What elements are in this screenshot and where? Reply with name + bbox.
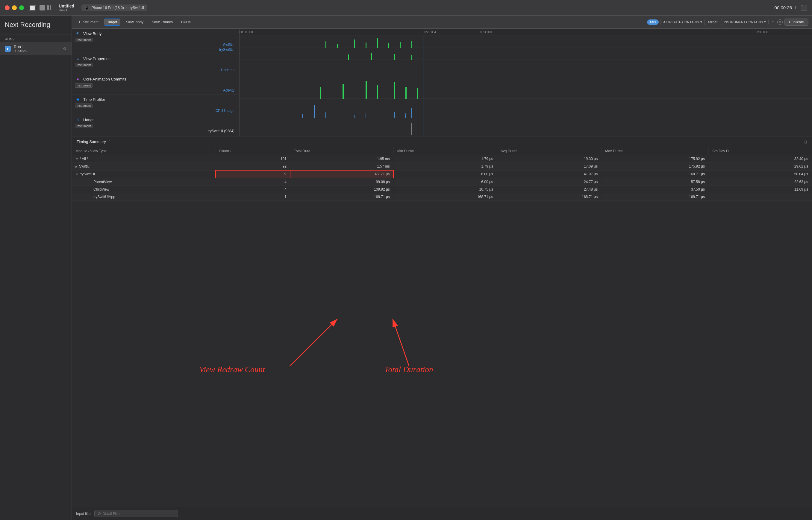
run-info: Run 1 00:00:26 (14, 45, 60, 53)
fullscreen-icon[interactable]: ⬛ (801, 4, 807, 11)
device-icon: 📱 (84, 6, 89, 10)
info-icon[interactable]: ℹ (795, 5, 796, 10)
runs-label: Runs (0, 34, 72, 42)
slow-frames-button[interactable]: Slow Frames (149, 19, 176, 25)
count-cell: 101 (216, 155, 290, 163)
timeline-area: 👁 View Body Instrument SwiftUI trySwiftU… (72, 29, 812, 136)
count-cell: 4 (216, 186, 290, 193)
instruments-list: 👁 View Body Instrument SwiftUI trySwiftU… (72, 29, 240, 136)
svg-line-2 (290, 319, 338, 366)
col-stddev[interactable]: Std Dev D... (708, 147, 812, 155)
run-settings-icon[interactable]: ⚙ (63, 46, 67, 51)
std-cell: 29.62 μs (708, 163, 812, 171)
timing-summary-chevron[interactable]: ⌃ (108, 140, 110, 144)
track-hangs (240, 118, 812, 136)
avg-cell: 19.30 μs (497, 155, 601, 163)
time-profiler-name: Time Profiler (83, 97, 105, 102)
filter-any-badge[interactable]: ANY (647, 20, 659, 25)
min-cell: 6.00 μs (393, 170, 497, 178)
hangs-value: trySwiftUI (9284) (208, 129, 236, 133)
expand-arrow-icon[interactable]: ▼ (75, 173, 78, 176)
core-anim-badge: Instrument (75, 83, 93, 88)
device-selector[interactable]: 📱 iPhone 16 Pro (18.0) › trySwiftUI (81, 4, 147, 11)
expand-icon[interactable]: ⊟ (804, 139, 807, 144)
filter-attr-label: ATTRIBUTE CONTAINS (663, 20, 699, 24)
max-cell: 175.92 μs (601, 155, 709, 163)
device-label: iPhone 16 Pro (18.0) (91, 6, 124, 10)
min-cell: 6.00 μs (393, 178, 497, 186)
total-cell-highlighted: 377.71 μs (290, 170, 393, 178)
app-title: Untitled Run 1 (59, 4, 74, 12)
hangs-badge: Instrument (75, 124, 93, 128)
duplicate-button[interactable]: Duplicate (784, 19, 808, 26)
expand-arrow-icon[interactable]: ▶ (75, 165, 78, 168)
table-row[interactable]: ▶SwiftUI 92 1.57 ms 1.79 μs 17.09 μs 175… (72, 163, 812, 171)
timing-summary-header: Timing Summary ⌃ ⊟ (72, 136, 812, 147)
table-row[interactable]: ParentView 4 99.08 μs 6.00 μs 24.77 μs 5… (72, 178, 812, 186)
timing-summary-title: Timing Summary (77, 139, 106, 144)
sidebar: Next Recording Runs ▶ Run 1 00:00:26 ⚙ (0, 16, 72, 520)
col-module[interactable]: Module / View Type (72, 147, 216, 155)
total-cell: 1.57 ms (290, 163, 393, 171)
instrument-row-tryswiftui: ▶ ⊞ trySwiftUI Process 9284 Hangs CPU Us… (72, 135, 239, 136)
slow-body-button[interactable]: Slow .body (123, 19, 146, 25)
view-props-badge: Instrument (75, 63, 93, 67)
col-count[interactable]: Count (216, 147, 290, 155)
expand-arrow-icon[interactable]: ▼ (75, 157, 78, 161)
min-cell: 1.79 μs (393, 155, 497, 163)
filter-instrument-label: INSTRUMENT CONTAINS (724, 20, 763, 24)
run-time: 00:00:26 (14, 49, 60, 53)
run-icon: ▶ (5, 46, 11, 52)
data-table-container: Module / View Type Count Total Dura... M… (72, 147, 812, 507)
min-cell: 10.75 μs (393, 186, 497, 193)
bottom-filter-bar: Input filter ⊙ (72, 507, 812, 520)
instrument-row-view-body: 👁 View Body Instrument SwiftUI trySwiftU… (72, 29, 239, 54)
max-cell: 168.71 μs (601, 193, 709, 201)
tick-3: 01:00.000 (755, 30, 768, 34)
instrument-filter-select[interactable]: INSTRUMENT CONTAINS ▾ (721, 19, 769, 25)
count-cell: 1 (216, 193, 290, 201)
tick-2: 00:30.000 (480, 30, 493, 34)
close-button[interactable] (5, 5, 9, 10)
table-row-tryswiftui[interactable]: ▼trySwiftUI 9 377.71 μs 6.00 μs 41.97 μs… (72, 170, 812, 178)
playhead (423, 36, 423, 136)
hangs-name: Hangs (83, 118, 95, 122)
sidebar-toggle-button[interactable]: ⬜ (29, 5, 36, 10)
instrument-row-view-props: ≡ View Properties Instrument Updates (72, 54, 239, 74)
chevron-down-icon: ▾ (700, 20, 702, 24)
table-row[interactable]: trySwiftUIApp 1 168.71 μs 168.71 μs 168.… (72, 193, 812, 201)
col-max[interactable]: Max Durati... (601, 147, 709, 155)
stop-button[interactable] (40, 5, 45, 10)
avg-cell: 41.97 μs (497, 170, 601, 178)
table-row[interactable]: ▼* All * 101 1.95 ms 1.79 μs 19.30 μs 17… (72, 155, 812, 163)
content-area: + Instrument Target Slow .body Slow Fram… (72, 16, 812, 520)
filter-clear-button[interactable]: ✕ (777, 20, 783, 25)
attribute-filter-select[interactable]: ATTRIBUTE CONTAINS ▾ (661, 19, 705, 25)
filter-target-text: target (707, 20, 719, 24)
view-body-badge: Instrument (75, 38, 93, 42)
toolbar: + Instrument Target Slow .body Slow Fram… (72, 16, 812, 29)
timeline-tracks-body (240, 36, 812, 136)
add-instrument-button[interactable]: + Instrument (75, 19, 101, 25)
filter-input[interactable] (103, 512, 175, 516)
next-recording-title: Next Recording (0, 16, 72, 34)
filter-search-icon: ⊙ (98, 511, 101, 516)
min-cell: 168.71 μs (393, 193, 497, 201)
target-button[interactable]: Target (104, 19, 120, 26)
col-avg[interactable]: Avg Durati... (497, 147, 601, 155)
maximize-button[interactable] (19, 5, 24, 10)
traffic-lights[interactable] (5, 5, 24, 10)
minimize-button[interactable] (12, 5, 17, 10)
max-cell: 168.71 μs (601, 170, 709, 178)
table-row[interactable]: ChildView 4 109.92 μs 10.75 μs 27.48 μs … (72, 186, 812, 193)
col-min[interactable]: Min Durati... (393, 147, 497, 155)
std-cell: 32.40 μs (708, 155, 812, 163)
col-total[interactable]: Total Dura... (290, 147, 393, 155)
pause-button[interactable] (47, 5, 53, 10)
core-anim-value: Activity (223, 88, 236, 93)
avg-cell: 168.71 μs (497, 193, 601, 201)
cpus-button[interactable]: CPUs (178, 19, 193, 25)
sidebar-run-item[interactable]: ▶ Run 1 00:00:26 ⚙ (0, 42, 72, 55)
view-props-icon: ≡ (75, 56, 81, 62)
bottom-panel: Timing Summary ⌃ ⊟ Module / View Type Co… (72, 136, 812, 520)
